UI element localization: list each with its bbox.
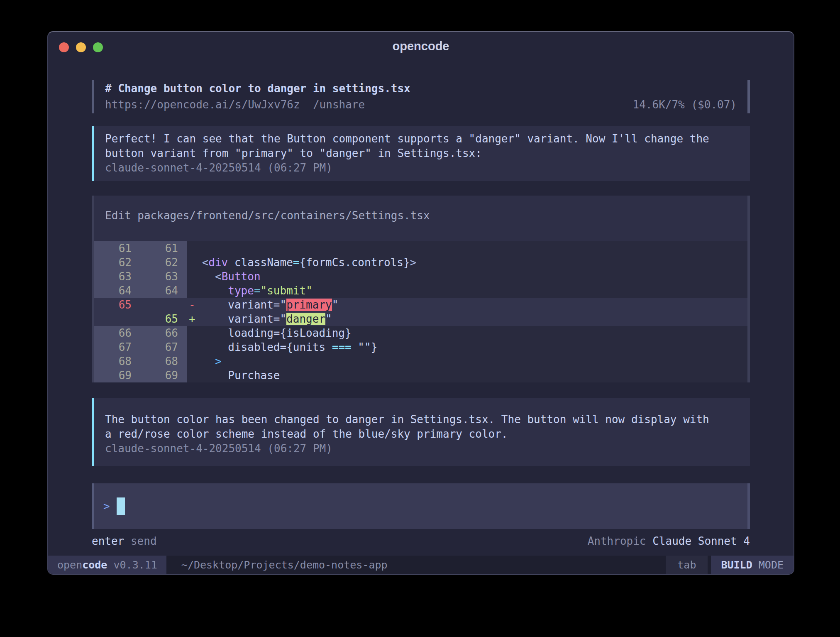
minimize-button[interactable] <box>76 42 86 52</box>
diff-row: 6363 <Button <box>94 270 747 284</box>
prompt-symbol: > <box>103 500 110 512</box>
window-title: opencode <box>48 32 794 60</box>
assistant-message: The button color has been changed to dan… <box>92 398 750 466</box>
token-usage: 14.6K/7% ($0.07) <box>633 97 737 113</box>
diff-row: 6767 disabled={units === ""} <box>94 340 747 354</box>
model-label: Claude Sonnet 4 <box>652 535 750 547</box>
version-number: v0.3.11 <box>114 559 157 571</box>
session-subheader: https://opencode.ai/s/UwJxv76z /unshare … <box>105 97 737 113</box>
diff-row: 6868 > <box>94 354 747 368</box>
mode-indicator[interactable]: BUILD MODE <box>711 556 794 574</box>
unshare-command: /unshare <box>313 98 365 111</box>
brand-code: code <box>82 559 107 571</box>
prompt-input[interactable]: > <box>92 483 750 529</box>
session-content: # Change button color to danger in setti… <box>48 59 794 556</box>
model-indicator: Anthropic Claude Sonnet 4 <box>588 534 750 549</box>
mode-name: BUILD <box>721 559 752 571</box>
diff: 6161 6262 <div className={formCs.control… <box>94 241 747 382</box>
status-bar: opencode v0.3.11 ~/Desktop/Projects/demo… <box>48 556 794 574</box>
close-button[interactable] <box>59 42 69 52</box>
working-directory: ~/Desktop/Projects/demo-notes-app <box>181 556 388 574</box>
tab-key-hint[interactable]: tab <box>666 556 708 574</box>
diff-row: 65+ variant="danger" <box>94 312 747 326</box>
message-text: The button color has been changed to dan… <box>105 412 739 441</box>
edit-tool-panel: Edit packages/frontend/src/containers/Se… <box>92 196 750 382</box>
statusbar-spacer <box>388 556 666 574</box>
diff-row: 65- variant="primary" <box>94 298 747 312</box>
traffic-lights <box>59 42 103 52</box>
message-model-timestamp: claude-sonnet-4-20250514 (06:27 PM) <box>105 161 739 175</box>
diff-row: 6262 <div className={formCs.controls}> <box>94 255 747 270</box>
message-text: Perfect! I can see that the Button compo… <box>105 132 739 161</box>
titlebar: opencode <box>48 32 794 59</box>
diff-row: 6969 Purchase <box>94 368 747 382</box>
text-cursor <box>117 497 125 515</box>
app-version <box>107 559 113 571</box>
app-version-chip: opencode v0.3.11 <box>48 556 166 574</box>
enter-hint: enter send <box>92 534 157 549</box>
hint-row: enter send Anthropic Claude Sonnet 4 <box>92 534 750 549</box>
zoom-button[interactable] <box>93 42 103 52</box>
share-url-line: https://opencode.ai/s/UwJxv76z /unshare <box>105 97 365 113</box>
opencode-window: opencode # Change button color to danger… <box>47 31 794 575</box>
share-url: https://opencode.ai/s/UwJxv76z <box>105 98 300 111</box>
provider-label: Anthropic <box>588 535 646 547</box>
session-header: # Change button color to danger in setti… <box>92 80 750 113</box>
message-model-timestamp: claude-sonnet-4-20250514 (06:27 PM) <box>105 441 739 456</box>
diff-row: 6666 loading={isLoading} <box>94 326 747 340</box>
enter-key-label: enter <box>92 535 124 547</box>
mode-suffix <box>752 559 759 571</box>
edit-tool-title: Edit packages/frontend/src/containers/Se… <box>94 196 747 241</box>
brand-open: open <box>57 559 82 571</box>
diff-row: 6161 <box>94 241 747 255</box>
enter-action-label: send <box>131 535 157 547</box>
diff-row: 6464 type="submit" <box>94 284 747 298</box>
session-title: # Change button color to danger in setti… <box>105 81 737 97</box>
assistant-message: Perfect! I can see that the Button compo… <box>92 126 750 181</box>
mode-word: MODE <box>759 559 784 571</box>
